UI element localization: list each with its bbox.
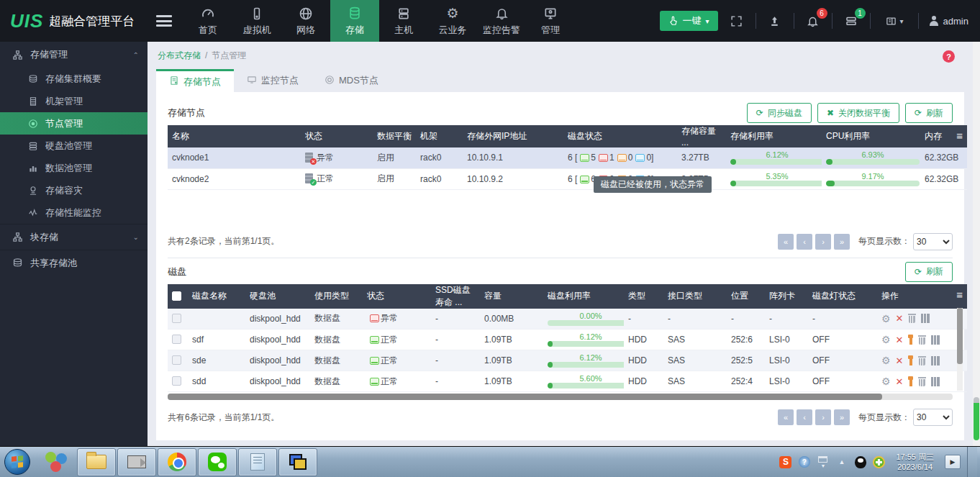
sidebar-item-storage-dr[interactable]: 存储容灾: [0, 179, 148, 201]
col-name[interactable]: 名称: [168, 125, 301, 147]
taskbar-remote-desktop[interactable]: [278, 448, 317, 476]
node-row-cvknode2[interactable]: cvknode2 ✓正常 启用 rack0 10.10.9.2 6 [6000]…: [168, 168, 967, 189]
taskbar-notepad[interactable]: [238, 448, 277, 476]
col-memory[interactable]: 内存≡: [920, 125, 967, 147]
row-checkbox[interactable]: [172, 314, 181, 323]
help-tray-icon[interactable]: ?: [798, 456, 810, 468]
col-disk-light[interactable]: 磁盘灯状态: [808, 284, 877, 309]
last-page-button[interactable]: »: [834, 234, 850, 250]
col-interface[interactable]: 接口类型: [663, 284, 727, 309]
remove-icon[interactable]: ✕: [896, 335, 904, 345]
disk-row[interactable]: diskpool_hdd 数据盘 异常 - 0.00MB 0.00% - - -…: [168, 309, 967, 330]
taskbar-chrome[interactable]: [158, 448, 196, 476]
taskbar-colorful-app[interactable]: [37, 448, 76, 476]
row-checkbox[interactable]: [172, 335, 181, 344]
nav-management[interactable]: 管理: [526, 0, 575, 42]
col-operations[interactable]: 操作≡: [877, 284, 967, 309]
upload-icon[interactable]: [766, 12, 784, 29]
host-status-icon[interactable]: 1: [843, 12, 860, 29]
nav-host[interactable]: 主机: [379, 0, 428, 42]
tab-monitor-node[interactable]: 监控节点: [234, 69, 312, 92]
node-row-cvknode1[interactable]: cvknode1 ✕异常 启用 rack0 10.10.9.1 6 [5100]…: [168, 147, 967, 168]
col-balance[interactable]: 数据平衡: [373, 125, 416, 147]
sogou-tray-icon[interactable]: S: [779, 456, 791, 468]
settings-icon[interactable]: ⚙: [881, 313, 891, 324]
qq-tray-icon[interactable]: [854, 456, 866, 468]
col-capacity[interactable]: 容量: [480, 284, 543, 309]
col-rack[interactable]: 机架: [416, 125, 463, 147]
fullscreen-icon[interactable]: [728, 12, 745, 29]
disks-refresh-button[interactable]: ⟳刷新: [905, 262, 953, 282]
sidebar-group-storage-mgmt[interactable]: 存储管理 ⌃: [0, 42, 148, 68]
nav-storage[interactable]: 存储: [330, 0, 379, 42]
hamburger-menu-icon[interactable]: [156, 15, 172, 27]
row-checkbox[interactable]: [172, 376, 181, 386]
page-size-select[interactable]: 30: [913, 233, 953, 250]
col-position[interactable]: 位置: [727, 284, 765, 309]
col-storage-util[interactable]: 存储利用率: [726, 125, 822, 147]
start-button[interactable]: [4, 449, 30, 475]
trash-icon[interactable]: [918, 377, 926, 386]
flashlight-icon[interactable]: [908, 355, 913, 365]
disk-row[interactable]: sde diskpool_hdd 数据盘 正常 - 1.09TB 6.12% H…: [168, 350, 967, 371]
select-all-checkbox[interactable]: [172, 291, 181, 301]
sidebar-item-node-mgmt[interactable]: 节点管理: [0, 112, 148, 135]
rack-slot-icon[interactable]: [931, 335, 940, 345]
nav-cloud-service[interactable]: ⚙ 云业务: [428, 0, 477, 42]
taskbar-screen-recorder[interactable]: [117, 448, 156, 476]
prev-page-button[interactable]: ‹: [797, 409, 812, 425]
expand-tray-button[interactable]: ▶: [945, 455, 961, 469]
trash-icon[interactable]: [918, 356, 926, 365]
tab-mds-node[interactable]: MDS节点: [312, 69, 391, 92]
rack-slot-icon[interactable]: [931, 377, 940, 386]
disk-row[interactable]: sdd diskpool_hdd 数据盘 正常 - 1.09TB 5.60% H…: [168, 371, 967, 392]
col-status[interactable]: 状态: [301, 125, 373, 147]
next-page-button[interactable]: ›: [815, 234, 831, 250]
taskbar-clock[interactable]: 17:55 周三 2023/6/14: [896, 452, 934, 472]
prev-page-button[interactable]: ‹: [797, 234, 812, 250]
page-size-select[interactable]: 30: [913, 409, 953, 426]
sidebar-item-datapool-mgmt[interactable]: 数据池管理: [0, 157, 148, 179]
nav-monitor-alarm[interactable]: 监控告警: [477, 0, 526, 42]
disk-table-scrollbar-thumb[interactable]: [957, 308, 963, 364]
col-raid-card[interactable]: 阵列卡: [765, 284, 808, 309]
flashlight-icon[interactable]: [908, 335, 913, 345]
sidebar-item-diskpool-mgmt[interactable]: 硬盘池管理: [0, 135, 148, 157]
trash-icon[interactable]: [918, 335, 926, 345]
taskbar-explorer[interactable]: [77, 448, 116, 476]
col-usage-type[interactable]: 使用类型: [310, 284, 363, 309]
col-type[interactable]: 类型: [624, 284, 663, 309]
window-restore-icon[interactable]: ▼: [817, 456, 829, 468]
nav-home[interactable]: 首页: [183, 0, 232, 42]
360-tray-icon[interactable]: [873, 456, 885, 468]
col-disk-status[interactable]: 磁盘状态: [563, 125, 677, 147]
col-status[interactable]: 状态: [363, 284, 431, 309]
show-desktop-button[interactable]: [967, 447, 977, 477]
alarm-bell-icon[interactable]: 6: [804, 12, 822, 29]
first-page-button[interactable]: «: [778, 409, 794, 425]
sidebar-item-rack-mgmt[interactable]: 机架管理: [0, 90, 148, 112]
settings-icon[interactable]: ⚙: [881, 334, 891, 345]
next-page-button[interactable]: ›: [815, 409, 831, 425]
disk-row[interactable]: sdf diskpool_hdd 数据盘 正常 - 1.09TB 6.12% H…: [168, 330, 967, 350]
nav-network[interactable]: 网络: [281, 0, 330, 42]
remove-icon[interactable]: ✕: [896, 313, 904, 324]
sidebar-group-block-storage[interactable]: 块存储 ⌄: [0, 224, 148, 250]
col-disk-util[interactable]: 磁盘利用率: [543, 284, 624, 309]
tab-storage-node[interactable]: 存储节点: [156, 69, 234, 92]
sync-disk-button[interactable]: ⟳同步磁盘: [747, 103, 812, 123]
close-data-balance-button[interactable]: ✖关闭数据平衡: [817, 103, 899, 123]
user-menu[interactable]: admin: [929, 16, 968, 27]
table-menu-icon[interactable]: ≡: [956, 289, 963, 301]
table-menu-icon[interactable]: ≡: [956, 130, 963, 142]
settings-icon[interactable]: ⚙: [881, 376, 891, 387]
sidebar-group-shared-pool[interactable]: 共享存储池: [0, 250, 148, 276]
horizontal-scrollbar-thumb[interactable]: [168, 394, 882, 400]
breadcrumb-root[interactable]: 分布式存储: [158, 50, 201, 62]
trash-icon[interactable]: [908, 314, 916, 323]
sidebar-item-perf-monitor[interactable]: 存储性能监控: [0, 201, 148, 224]
col-capacity[interactable]: 存储容量 ...: [677, 125, 726, 147]
page-scrollbar-thumb[interactable]: [974, 397, 979, 440]
remove-icon[interactable]: ✕: [896, 376, 904, 387]
sidebar-item-cluster-overview[interactable]: 存储集群概要: [0, 68, 148, 90]
